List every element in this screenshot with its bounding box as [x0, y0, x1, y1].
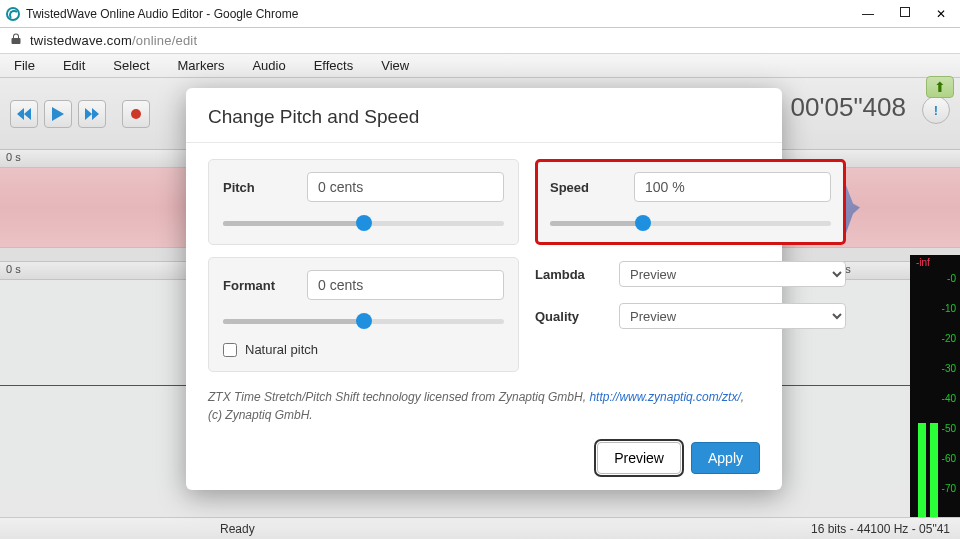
browser-address-bar[interactable]: twistedwave.com/online/edit	[0, 28, 960, 54]
pitch-input[interactable]	[307, 172, 504, 202]
ruler-tick: 0 s	[6, 151, 21, 163]
ruler-tick: 0 s	[6, 263, 21, 275]
formant-panel: Formant Natural pitch	[208, 257, 519, 372]
lambda-label: Lambda	[535, 267, 609, 282]
record-button[interactable]	[122, 100, 150, 128]
pitch-label: Pitch	[223, 180, 297, 195]
menu-effects[interactable]: Effects	[300, 54, 368, 78]
window-close-button[interactable]: ✕	[936, 7, 946, 21]
license-text: ZTX Time Stretch/Pitch Shift technology …	[208, 388, 760, 424]
menu-select[interactable]: Select	[99, 54, 163, 78]
lambda-select[interactable]: Preview	[619, 261, 846, 287]
audio-format-info: 16 bits - 44100 Hz - 05"41	[811, 522, 950, 536]
status-text: Ready	[220, 522, 255, 536]
meter-peak: -inf	[916, 257, 930, 268]
window-minimize-button[interactable]: —	[862, 7, 874, 21]
menu-file[interactable]: File	[0, 54, 49, 78]
menu-edit[interactable]: Edit	[49, 54, 99, 78]
quality-select[interactable]: Preview	[619, 303, 846, 329]
speed-label: Speed	[550, 180, 624, 195]
window-title: TwistedWave Online Audio Editor - Google…	[26, 7, 862, 21]
natural-pitch-label: Natural pitch	[245, 342, 318, 357]
status-bar: Ready 16 bits - 44100 Hz - 05"41	[0, 517, 960, 539]
menu-markers[interactable]: Markers	[164, 54, 239, 78]
fast-forward-button[interactable]	[78, 100, 106, 128]
speed-panel: Speed	[535, 159, 846, 245]
play-button[interactable]	[44, 100, 72, 128]
speed-input[interactable]	[634, 172, 831, 202]
apply-button[interactable]: Apply	[691, 442, 760, 474]
window-titlebar: TwistedWave Online Audio Editor - Google…	[0, 0, 960, 28]
rewind-button[interactable]	[10, 100, 38, 128]
formant-label: Formant	[223, 278, 297, 293]
menu-view[interactable]: View	[367, 54, 423, 78]
formant-input[interactable]	[307, 270, 504, 300]
natural-pitch-checkbox[interactable]: Natural pitch	[223, 342, 504, 357]
upload-button[interactable]: ⬆	[926, 76, 954, 98]
window-maximize-button[interactable]	[900, 7, 910, 17]
app-favicon	[6, 7, 20, 21]
preview-button[interactable]: Preview	[597, 442, 681, 474]
quality-label: Quality	[535, 309, 609, 324]
dialog-title: Change Pitch and Speed	[208, 106, 760, 128]
info-button[interactable]: !	[922, 96, 950, 124]
app-menubar: File Edit Select Markers Audio Effects V…	[0, 54, 960, 78]
natural-pitch-checkbox-input[interactable]	[223, 343, 237, 357]
menu-audio[interactable]: Audio	[238, 54, 299, 78]
change-pitch-speed-dialog: Change Pitch and Speed Pitch Formant	[186, 88, 782, 490]
pitch-slider[interactable]	[223, 216, 504, 230]
level-meter: -inf -0 -10 -20 -30 -40 -50 -60 -70	[910, 255, 960, 539]
timecode-display: 00'05"408	[791, 92, 906, 123]
formant-slider[interactable]	[223, 314, 504, 328]
speed-slider[interactable]	[550, 216, 831, 230]
lock-icon	[10, 33, 22, 48]
license-link[interactable]: http://www.zynaptiq.com/ztx/	[589, 390, 740, 404]
pitch-panel: Pitch	[208, 159, 519, 245]
url-text: twistedwave.com/online/edit	[30, 33, 197, 48]
svg-point-0	[131, 109, 141, 119]
